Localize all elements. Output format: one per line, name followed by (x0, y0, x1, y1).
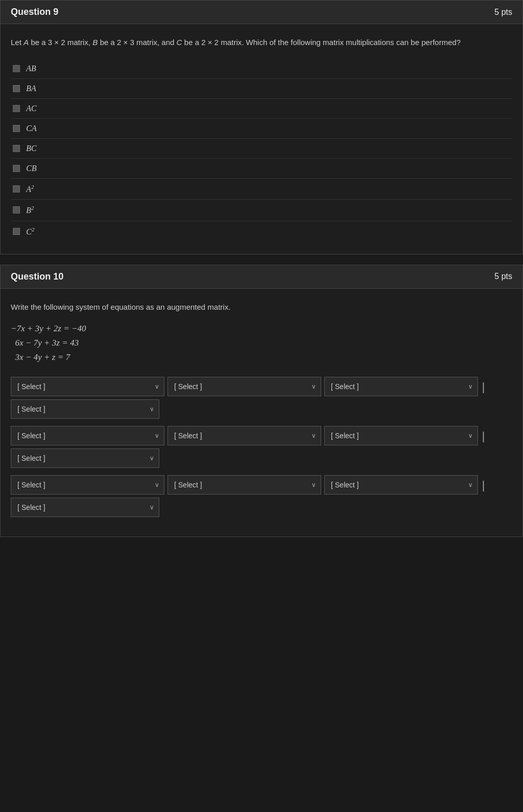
question-9-title: Question 9 (11, 7, 58, 17)
select-r3c1[interactable]: [ Select ] (11, 475, 164, 495)
matrix-row-1-bot: [ Select ] (11, 399, 512, 419)
select-wrapper-r3c4: [ Select ] (11, 498, 159, 517)
select-r2c4[interactable]: [ Select ] (11, 448, 159, 468)
matrix-row-2-bot: [ Select ] (11, 448, 512, 468)
question-10-title: Question 10 (11, 271, 64, 282)
select-r2c3[interactable]: [ Select ] (324, 426, 478, 445)
question-9-points: 5 pts (494, 8, 512, 17)
checkbox-CB[interactable] (13, 165, 20, 172)
select-wrapper-r3c3: [ Select ] (324, 475, 478, 495)
option-label-C2: C2 (26, 226, 34, 237)
matrix-row-3-pair: [ Select ] [ Select ] [ Select ] | (11, 475, 512, 517)
matrix-row-1-top: [ Select ] [ Select ] [ Select ] | (11, 377, 512, 396)
select-wrapper-r3c1: [ Select ] (11, 475, 164, 495)
equation-2: 6x − 7y + 3z = 43 (11, 338, 512, 348)
option-label-AB: AB (26, 64, 36, 73)
option-label-BC: BC (26, 144, 36, 153)
select-r2c2[interactable]: [ Select ] (168, 426, 321, 445)
matrix-vbar-3: | (482, 479, 485, 491)
checkbox-B2[interactable] (13, 206, 20, 213)
checkbox-CA[interactable] (13, 125, 20, 132)
select-r3c3[interactable]: [ Select ] (324, 475, 478, 495)
checkbox-BA[interactable] (13, 85, 20, 92)
select-wrapper-r1c1: [ Select ] (11, 377, 164, 396)
list-item[interactable]: AC (11, 99, 512, 119)
question-10-points: 5 pts (494, 272, 512, 281)
equation-3: 3x − 4y + z = 7 (11, 352, 512, 362)
question-9-text: Let A be a 3 × 2 matrix, B be a 2 × 3 ma… (11, 36, 512, 49)
matrix-row-2-top: [ Select ] [ Select ] [ Select ] | (11, 426, 512, 445)
option-label-AC: AC (26, 104, 36, 113)
list-item[interactable]: B2 (11, 200, 512, 221)
option-label-BA: BA (26, 84, 36, 93)
checkbox-BC[interactable] (13, 145, 20, 152)
matrix-row-3-bot: [ Select ] (11, 498, 512, 517)
select-r2c1[interactable]: [ Select ] (11, 426, 164, 445)
select-wrapper-r2c2: [ Select ] (168, 426, 321, 445)
select-r1c4[interactable]: [ Select ] (11, 399, 159, 419)
equations-container: −7x + 3y + 2z = −40 6x − 7y + 3z = 43 3x… (11, 324, 512, 362)
question-9-block: Question 9 5 pts Let A be a 3 × 2 matrix… (0, 0, 523, 254)
list-item[interactable]: CA (11, 119, 512, 139)
option-label-CA: CA (26, 124, 36, 133)
select-r3c4[interactable]: [ Select ] (11, 498, 159, 517)
select-wrapper-r3c2: [ Select ] (168, 475, 321, 495)
option-label-B2: B2 (26, 205, 34, 215)
question-10-block: Question 10 5 pts Write the following sy… (0, 265, 523, 537)
checkbox-list: AB BA AC CA BC CB (11, 59, 512, 242)
option-label-CB: CB (26, 164, 36, 173)
question-9-body: Let A be a 3 × 2 matrix, B be a 2 × 3 ma… (1, 24, 522, 254)
question-9-header: Question 9 5 pts (1, 1, 522, 24)
list-item[interactable]: AB (11, 59, 512, 79)
select-wrapper-r2c4: [ Select ] (11, 448, 159, 468)
option-label-A2: A2 (26, 184, 34, 194)
select-wrapper-r1c2: [ Select ] (168, 377, 321, 396)
question-10-description: Write the following system of equations … (11, 301, 512, 313)
list-item[interactable]: C2 (11, 221, 512, 242)
matrix-row-3-top: [ Select ] [ Select ] [ Select ] | (11, 475, 512, 495)
list-item[interactable]: A2 (11, 179, 512, 200)
select-wrapper-r2c3: [ Select ] (324, 426, 478, 445)
list-item[interactable]: CB (11, 159, 512, 179)
matrix-vbar-1: | (482, 380, 485, 393)
select-r1c3[interactable]: [ Select ] (324, 377, 478, 396)
select-wrapper-r1c4: [ Select ] (11, 399, 159, 419)
select-r1c2[interactable]: [ Select ] (168, 377, 321, 396)
question-10-header: Question 10 5 pts (1, 265, 522, 289)
select-r1c1[interactable]: [ Select ] (11, 377, 164, 396)
list-item[interactable]: BA (11, 79, 512, 99)
question-10-body: Write the following system of equations … (1, 289, 522, 537)
matrix-row-1-pair: [ Select ] [ Select ] [ Select ] | (11, 377, 512, 419)
select-wrapper-r1c3: [ Select ] (324, 377, 478, 396)
list-item[interactable]: BC (11, 139, 512, 159)
select-wrapper-r2c1: [ Select ] (11, 426, 164, 445)
equation-1: −7x + 3y + 2z = −40 (11, 324, 512, 334)
checkbox-AC[interactable] (13, 105, 20, 112)
checkbox-C2[interactable] (13, 228, 20, 235)
matrix-row-2-pair: [ Select ] [ Select ] [ Select ] | (11, 426, 512, 468)
matrix-vbar-2: | (482, 430, 485, 442)
checkbox-AB[interactable] (13, 65, 20, 72)
select-r3c2[interactable]: [ Select ] (168, 475, 321, 495)
checkbox-A2[interactable] (13, 185, 20, 193)
